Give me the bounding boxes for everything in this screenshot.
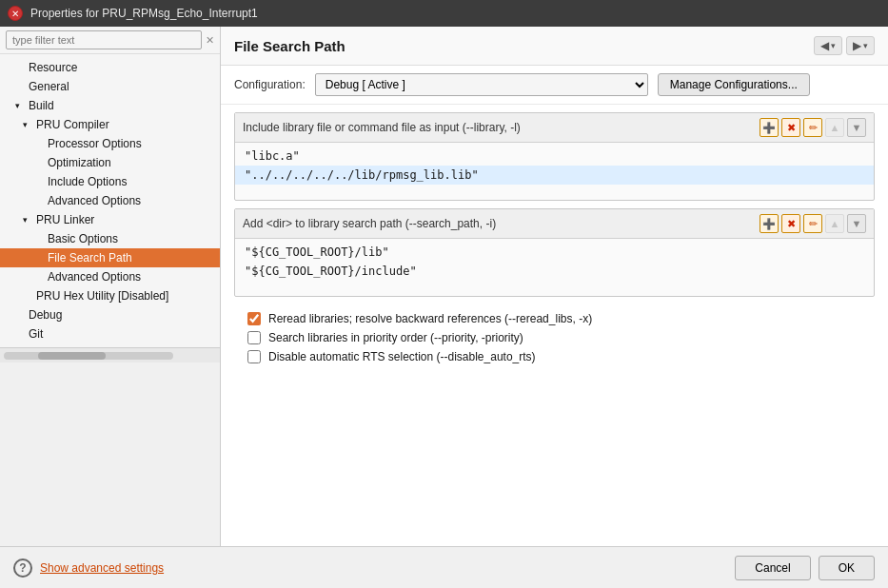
- checkbox-priority[interactable]: [247, 331, 261, 344]
- panel-btn-up-panel1-toolbar: ▲: [825, 118, 844, 137]
- sidebar-tree: ResourceGeneral▾Build▾PRU CompilerProces…: [0, 54, 221, 347]
- search-path-panel-content: "${CG_TOOL_ROOT}/lib""${CG_TOOL_ROOT}/in…: [235, 239, 874, 296]
- back-icon: ◀: [820, 39, 829, 52]
- expand-arrow-pru-linker: ▾: [23, 215, 32, 225]
- library-panel-content: "libc.a""../../../../../lib/rpmsg_lib.li…: [235, 143, 874, 200]
- sidebar-item-general[interactable]: General: [0, 77, 220, 96]
- library-panel: Include library file or command file as …: [234, 112, 875, 201]
- checkbox-disable-rts[interactable]: [247, 350, 261, 363]
- content-header: File Search Path ◀ ▾ ▶ ▾: [221, 27, 888, 66]
- clear-filter-icon[interactable]: ✕: [206, 34, 214, 47]
- scrollbar-thumb[interactable]: [38, 352, 106, 360]
- search-path-panel: Add <dir> to library search path (--sear…: [234, 208, 875, 297]
- sidebar-item-include-options[interactable]: Include Options: [0, 172, 220, 191]
- sidebar-item-git[interactable]: Git: [0, 324, 220, 343]
- sidebar-item-label-pru-hex-utility: PRU Hex Utility [Disabled]: [36, 289, 168, 303]
- panel-btn-delete-panel2-toolbar[interactable]: ✖: [781, 214, 800, 233]
- sidebar-item-label-pru-compiler: PRU Compiler: [36, 118, 109, 131]
- expand-arrow-pru-compiler: ▾: [23, 120, 32, 129]
- sidebar-item-label-include-options: Include Options: [48, 175, 127, 188]
- sidebar-item-label-debug: Debug: [29, 308, 62, 322]
- panel-btn-down-panel2-toolbar[interactable]: ▼: [847, 214, 866, 233]
- nav-buttons: ◀ ▾ ▶ ▾: [814, 36, 875, 55]
- panel-btn-up-panel2-toolbar: ▲: [825, 214, 844, 233]
- forward-icon: ▶: [853, 39, 861, 52]
- ok-button[interactable]: OK: [819, 556, 875, 580]
- library-panel-toolbar: ➕✖✏▲▼: [760, 118, 866, 137]
- bottom-left: ? Show advanced settings: [13, 559, 164, 578]
- sidebar-item-debug[interactable]: Debug: [0, 305, 220, 324]
- sidebar-scrollbar[interactable]: [0, 347, 220, 363]
- sidebar-item-basic-options[interactable]: Basic Options: [0, 229, 220, 248]
- content-panel: File Search Path ◀ ▾ ▶ ▾ Configuration: …: [221, 27, 888, 546]
- panel-btn-delete-panel1-toolbar[interactable]: ✖: [781, 118, 800, 137]
- checkbox-reread-libs[interactable]: [247, 312, 261, 325]
- sidebar-item-build[interactable]: ▾Build: [0, 96, 220, 115]
- list-item[interactable]: "../../../../../lib/rpmsg_lib.lib": [235, 166, 874, 185]
- bottom-right: Cancel OK: [735, 556, 875, 580]
- sidebar-item-label-resource: Resource: [29, 61, 77, 74]
- panel-btn-edit-panel2-toolbar[interactable]: ✏: [803, 214, 822, 233]
- sidebar-item-label-optimization: Optimization: [48, 156, 111, 169]
- sidebar-item-label-basic-options: Basic Options: [48, 232, 118, 245]
- bottom-bar: ? Show advanced settings Cancel OK: [0, 546, 888, 588]
- help-label: ?: [19, 561, 26, 575]
- help-icon[interactable]: ?: [13, 559, 32, 578]
- cancel-button[interactable]: Cancel: [735, 556, 810, 580]
- close-button[interactable]: ✕: [8, 6, 23, 21]
- sidebar-item-advanced-options-linker[interactable]: Advanced Options: [0, 267, 220, 286]
- sidebar-item-label-general: General: [29, 80, 69, 93]
- panel-btn-down-panel1-toolbar[interactable]: ▼: [847, 118, 866, 137]
- page-title: File Search Path: [234, 38, 345, 54]
- config-label: Configuration:: [234, 78, 306, 91]
- panel-btn-add-panel1-toolbar[interactable]: ➕: [760, 118, 779, 137]
- close-icon: ✕: [11, 9, 19, 19]
- sidebar-item-pru-linker[interactable]: ▾PRU Linker: [0, 210, 220, 229]
- checkbox-label-disable-rts: Disable automatic RTS selection (--disab…: [268, 350, 536, 363]
- search-path-panel-toolbar: ➕✖✏▲▼: [760, 214, 866, 233]
- checkboxes-section: Reread libraries; resolve backward refer…: [234, 304, 875, 371]
- configuration-row: Configuration: Debug [ Active ] Manage C…: [221, 66, 888, 105]
- search-path-panel-header: Add <dir> to library search path (--sear…: [235, 209, 874, 239]
- sidebar-item-resource[interactable]: Resource: [0, 58, 220, 77]
- checkbox-row-reread-libs: Reread libraries; resolve backward refer…: [247, 312, 861, 325]
- sidebar-item-label-file-search-path: File Search Path: [48, 251, 132, 265]
- forward-dropdown-icon: ▾: [863, 41, 868, 50]
- advanced-settings-link[interactable]: Show advanced settings: [40, 561, 164, 575]
- window-title: Properties for PRU_RPMsg_Echo_Interrupt1: [30, 7, 258, 20]
- sidebar-item-file-search-path[interactable]: File Search Path: [0, 248, 220, 267]
- library-panel-title: Include library file or command file as …: [243, 121, 521, 134]
- scrollbar-track: [4, 352, 173, 360]
- checkbox-label-priority: Search libraries in priority order (--pr…: [268, 331, 523, 344]
- sidebar-item-label-processor-options: Processor Options: [48, 137, 142, 150]
- sidebar-item-optimization[interactable]: Optimization: [0, 153, 220, 172]
- back-dropdown-icon: ▾: [831, 41, 836, 50]
- titlebar: ✕ Properties for PRU_RPMsg_Echo_Interrup…: [0, 0, 888, 27]
- config-select[interactable]: Debug [ Active ]: [315, 73, 648, 96]
- library-panel-header: Include library file or command file as …: [235, 113, 874, 143]
- sidebar-item-advanced-options-compiler[interactable]: Advanced Options: [0, 191, 220, 210]
- filter-input[interactable]: [6, 30, 202, 49]
- manage-configurations-button[interactable]: Manage Configurations...: [658, 73, 810, 96]
- checkbox-row-disable-rts: Disable automatic RTS selection (--disab…: [247, 350, 861, 363]
- search-path-panel-title: Add <dir> to library search path (--sear…: [243, 217, 496, 230]
- sidebar-item-processor-options[interactable]: Processor Options: [0, 134, 220, 153]
- panel-btn-edit-panel1-toolbar[interactable]: ✏: [803, 118, 822, 137]
- list-item[interactable]: "libc.a": [235, 147, 874, 166]
- forward-button[interactable]: ▶ ▾: [846, 36, 875, 55]
- checkbox-row-priority: Search libraries in priority order (--pr…: [247, 331, 861, 344]
- sidebar-item-pru-hex-utility[interactable]: PRU Hex Utility [Disabled]: [0, 286, 220, 305]
- expand-arrow-build: ▾: [15, 101, 25, 110]
- checkbox-label-reread-libs: Reread libraries; resolve backward refer…: [268, 312, 592, 325]
- panels-container: Include library file or command file as …: [221, 105, 888, 546]
- back-button[interactable]: ◀ ▾: [814, 36, 842, 55]
- panel-btn-add-panel2-toolbar[interactable]: ➕: [760, 214, 779, 233]
- list-item[interactable]: "${CG_TOOL_ROOT}/include": [235, 262, 874, 281]
- sidebar-item-label-pru-linker: PRU Linker: [36, 213, 94, 226]
- sidebar-item-label-git: Git: [29, 327, 43, 341]
- list-item[interactable]: "${CG_TOOL_ROOT}/lib": [235, 243, 874, 262]
- sidebar-item-label-build: Build: [29, 99, 54, 112]
- sidebar-item-pru-compiler[interactable]: ▾PRU Compiler: [0, 115, 220, 134]
- sidebar-item-label-advanced-options-compiler: Advanced Options: [48, 194, 141, 207]
- sidebar-item-label-advanced-options-linker: Advanced Options: [48, 270, 141, 284]
